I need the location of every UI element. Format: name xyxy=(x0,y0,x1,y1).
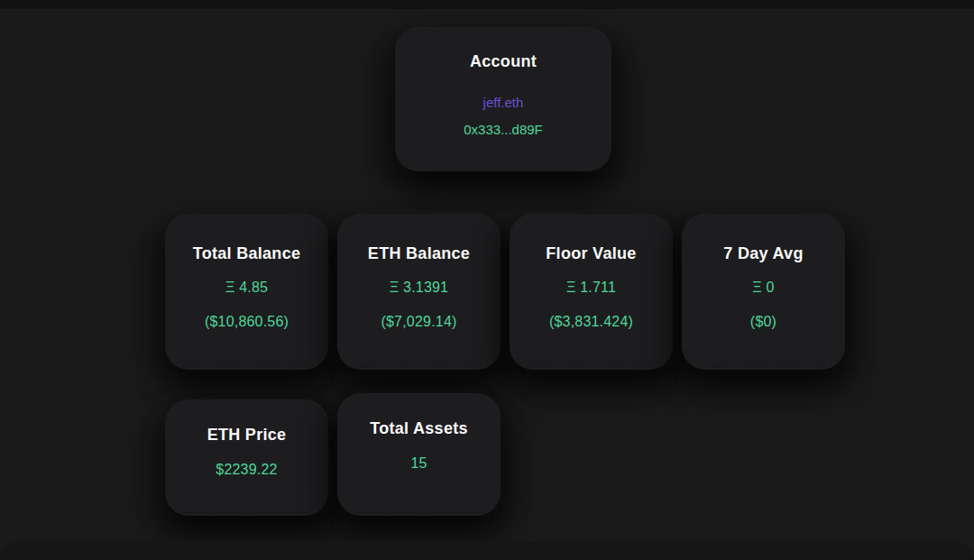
info-card-total-assets: Total Assets 15 xyxy=(337,393,501,516)
dashboard-viewport: Account jeff.eth 0x333...d89F Total Bala… xyxy=(0,0,974,560)
account-card: Account jeff.eth 0x333...d89F xyxy=(395,27,611,171)
stat-card-title: 7 Day Avg xyxy=(682,244,845,263)
eth-value: Ξ 4.85 xyxy=(165,280,328,296)
fiat-value: ($0) xyxy=(682,314,845,330)
top-bar xyxy=(0,0,974,9)
stat-card-eth-balance: ETH Balance Ξ 3.1391 ($7,029.14) xyxy=(337,214,501,370)
stat-card-title: Total Balance xyxy=(165,244,328,263)
eth-value: Ξ 0 xyxy=(682,280,845,296)
info-card-eth-price: ETH Price $2239.22 xyxy=(165,399,328,516)
stat-card-title: ETH Balance xyxy=(337,244,501,263)
stat-card-total-balance: Total Balance Ξ 4.85 ($10,860.56) xyxy=(165,214,328,370)
eth-price-value: $2239.22 xyxy=(165,462,328,478)
eth-value: Ξ 3.1391 xyxy=(337,280,501,296)
info-card-title: Total Assets xyxy=(337,419,501,438)
account-card-title: Account xyxy=(395,52,611,71)
total-assets-value: 15 xyxy=(337,455,501,472)
stat-card-floor-value: Floor Value Ξ 1.711 ($3,831.424) xyxy=(510,214,673,370)
next-row-card-edge xyxy=(0,541,974,560)
eth-value: Ξ 1.711 xyxy=(510,280,673,296)
wallet-address-link[interactable]: 0x333...d89F xyxy=(395,122,611,137)
fiat-value: ($10,860.56) xyxy=(165,314,328,330)
fiat-value: ($7,029.14) xyxy=(337,314,501,330)
stat-card-title: Floor Value xyxy=(510,244,673,263)
stat-card-7-day-avg: 7 Day Avg Ξ 0 ($0) xyxy=(682,214,845,370)
fiat-value: ($3,831.424) xyxy=(510,314,673,330)
ens-name-link[interactable]: jeff.eth xyxy=(395,95,611,110)
info-card-title: ETH Price xyxy=(165,426,328,445)
